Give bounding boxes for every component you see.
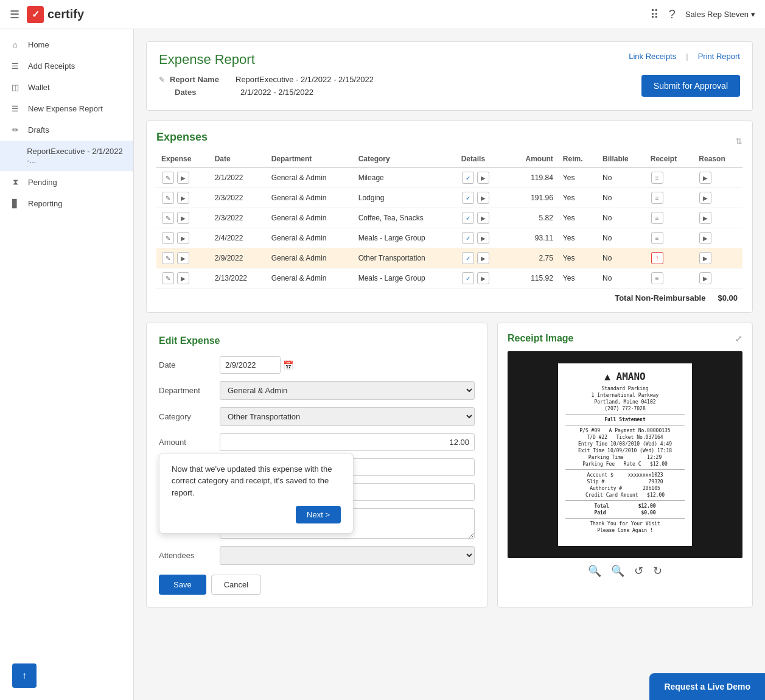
reason-expand-icon[interactable]: ▶ (699, 172, 711, 184)
tooltip-next-button[interactable]: Next > (296, 506, 341, 523)
edit-icon[interactable]: ✎ (162, 252, 174, 264)
table-row: ✎ ▶ 2/13/2022 General & Admin Meals - La… (156, 268, 742, 289)
receipt-view-icon[interactable]: ≡ (651, 212, 663, 224)
cancel-button[interactable]: Cancel (211, 575, 261, 595)
expense-actions: ✎ ▶ (156, 268, 210, 289)
save-button[interactable]: Save (159, 575, 206, 595)
receipt-divider-5 (565, 518, 685, 519)
grid-icon[interactable]: ⠿ (650, 7, 659, 22)
expand-icon[interactable]: ▶ (177, 272, 189, 284)
expense-details: ✓ ▶ (456, 208, 508, 228)
user-menu[interactable]: Sales Rep Steven ▾ (685, 10, 755, 19)
reporting-icon: ▊ (10, 199, 21, 208)
zoom-in-button[interactable]: 🔍 (588, 564, 601, 578)
print-report-link[interactable]: Print Report (698, 52, 740, 61)
col-category: Category (354, 151, 456, 167)
details-expand-icon[interactable]: ▶ (477, 272, 489, 284)
reason-expand-icon[interactable]: ▶ (699, 192, 711, 204)
calendar-icon[interactable]: 📅 (283, 360, 293, 370)
reason-expand-icon[interactable]: ▶ (699, 212, 711, 224)
live-demo-banner[interactable]: Request a Live Demo (649, 673, 765, 700)
external-link-icon[interactable]: ⤢ (735, 334, 742, 343)
expand-icon[interactable]: ▶ (177, 232, 189, 244)
category-select[interactable]: Other Transportation Mileage Lodging Mea… (220, 407, 475, 426)
expense-category: Meals - Large Group (354, 228, 456, 248)
receipt-view-icon[interactable]: ≡ (651, 232, 663, 244)
receipt-image-wrapper: ▲ AMANO Standard Parking 1 International… (508, 351, 742, 558)
sidebar-item-wallet[interactable]: ◫ Wallet (0, 77, 133, 98)
receipt-divider-2 (565, 425, 685, 425)
hamburger-icon[interactable]: ☰ (10, 8, 19, 21)
details-check-icon[interactable]: ✓ (462, 272, 474, 284)
date-input[interactable] (220, 356, 281, 374)
details-check-icon[interactable]: ✓ (462, 212, 474, 224)
expense-actions: ✎ ▶ (156, 188, 210, 208)
department-label: Department (159, 386, 220, 395)
details-check-icon[interactable]: ✓ (462, 192, 474, 204)
report-title: Expense Report (159, 52, 255, 68)
scroll-to-top-button[interactable]: ↑ (12, 663, 37, 688)
link-receipts-link[interactable]: Link Receipts (629, 52, 676, 61)
sidebar-item-current-report[interactable]: ReportExecutive - 2/1/2022 -... (0, 141, 133, 171)
table-row: ✎ ▶ 2/9/2022 General & Admin Other Trans… (156, 248, 742, 268)
logo-check-icon: ✓ (27, 6, 44, 23)
sidebar-item-pending[interactable]: ⧗ Pending (0, 171, 133, 193)
col-department: Department (267, 151, 354, 167)
expense-reim: Yes (558, 228, 598, 248)
department-select[interactable]: General & Admin Marketing Sales (220, 381, 475, 400)
details-check-icon[interactable]: ✓ (462, 172, 474, 184)
details-check-icon[interactable]: ✓ (462, 252, 474, 264)
details-check-icon[interactable]: ✓ (462, 232, 474, 244)
expand-icon[interactable]: ▶ (177, 172, 189, 184)
sidebar-label-reporting: Reporting (28, 199, 62, 208)
zoom-out-button[interactable]: 🔍 (611, 564, 624, 578)
col-billable: Billable (598, 151, 646, 167)
details-expand-icon[interactable]: ▶ (477, 192, 489, 204)
col-details: Details (456, 151, 508, 167)
expand-icon[interactable]: ▶ (177, 252, 189, 264)
sort-icon[interactable]: ⇅ (735, 136, 742, 146)
sidebar-item-drafts[interactable]: ✏ Drafts (0, 119, 133, 141)
sidebar-item-reporting[interactable]: ▊ Reporting (0, 193, 133, 214)
help-icon[interactable]: ? (669, 7, 676, 21)
expense-amount: 5.82 (508, 208, 558, 228)
details-expand-icon[interactable]: ▶ (477, 172, 489, 184)
reason-expand-icon[interactable]: ▶ (699, 232, 711, 244)
sidebar-item-home[interactable]: ⌂ Home (0, 34, 133, 55)
edit-report-name-icon[interactable]: ✎ (159, 75, 165, 84)
col-receipt: Receipt (646, 151, 694, 167)
report-header: Expense Report Link Receipts | Print Rep… (146, 41, 753, 111)
sidebar-item-new-expense-report[interactable]: ☰ New Expense Report (0, 98, 133, 119)
sidebar-label-wallet: Wallet (28, 83, 50, 92)
edit-icon[interactable]: ✎ (162, 172, 174, 184)
date-row: Date 📅 (159, 356, 475, 374)
details-expand-icon[interactable]: ▶ (477, 232, 489, 244)
expand-icon[interactable]: ▶ (177, 212, 189, 224)
details-expand-icon[interactable]: ▶ (477, 212, 489, 224)
edit-icon[interactable]: ✎ (162, 192, 174, 204)
reason-expand-icon[interactable]: ▶ (699, 272, 711, 284)
receipt-cc-amount: Credit Card Amount $12.00 (565, 492, 685, 498)
receipt-view-icon[interactable]: ≡ (651, 192, 663, 204)
expense-date: 2/3/2022 (210, 188, 267, 208)
submit-for-approval-button[interactable]: Submit for Approval (641, 75, 740, 97)
col-date: Date (210, 151, 267, 167)
table-row: ✎ ▶ 2/3/2022 General & Admin Lodging ✓ ▶… (156, 188, 742, 208)
amount-input[interactable] (220, 433, 475, 451)
attendees-select[interactable] (220, 546, 475, 565)
edit-icon[interactable]: ✎ (162, 232, 174, 244)
edit-icon[interactable]: ✎ (162, 272, 174, 284)
reason-expand-icon[interactable]: ▶ (699, 252, 711, 264)
rotate-right-button[interactable]: ↻ (653, 564, 662, 578)
edit-icon[interactable]: ✎ (162, 212, 174, 224)
receipt-view-icon[interactable]: ≡ (651, 172, 663, 184)
receipt-alert-icon[interactable]: ! (651, 252, 663, 264)
expand-icon[interactable]: ▶ (177, 192, 189, 204)
details-expand-icon[interactable]: ▶ (477, 252, 489, 264)
expense-dept: General & Admin (267, 268, 354, 289)
pending-icon: ⧗ (10, 177, 21, 187)
category-label: Category (159, 412, 220, 421)
rotate-left-button[interactable]: ↺ (634, 564, 643, 578)
receipt-view-icon[interactable]: ≡ (651, 272, 663, 284)
sidebar-item-add-receipts[interactable]: ☰ Add Receipts (0, 55, 133, 77)
